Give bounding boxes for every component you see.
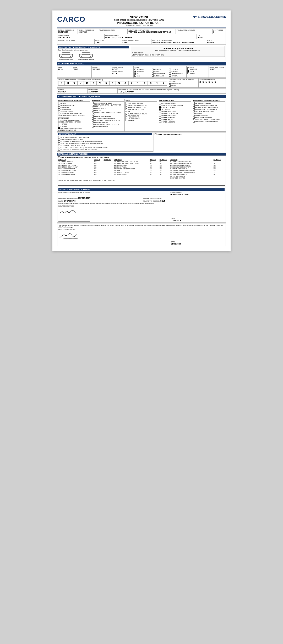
d-09: 09 □ QUARTER PANEL LEFT REAR09□09□ [114,161,168,162]
style-motorcycle-checkbox[interactable] [169,73,171,75]
inspector-sig-row: INSPECTOR SIGNATURE DATE 05/31/2024 [58,229,225,245]
style-station: STATION [169,69,185,70]
style-convertible-checkbox[interactable] [152,73,154,75]
vin-other-checkbox[interactable] [169,85,171,87]
relation-cell: RELATION TO INSURED: SELF [143,200,225,202]
full-address-cell: FULL ADDRESS IF DIFFERENT FROM ABOVE: [58,192,167,196]
damage-row-07: 07 □ DOOR LEFT REAR07□ [58,172,112,173]
vin-char: 1 [154,81,160,85]
odometer-cell: ODOMETER READING 2 6 5 6 5 6 [199,79,226,87]
physical-section: PHYSICAL CONDITION OF VEHICLE CHECK HERE… [57,153,226,186]
d-11: 11 □ HOOD PANEL11□11□ [114,164,168,166]
theft-p: P- PASSIVE DISABLING DEVICE (Automatical… [58,140,152,142]
car-diagrams: Front and driver side Rear and passenger… [58,52,129,60]
home-phone-cell: INSURED'S HOME PHONE: (979)797-9797 [58,197,140,199]
theft-a: A- ACTIVE DISABLING DEVICE(Must be manua… [58,142,152,144]
physical-content: CHECK HERE IF NO EXISTING DAMAGE, RUST, … [57,156,226,186]
vin-location-cell: LOCATION ON VEHICLE WHERE VIN OBTAINED D… [168,79,199,87]
acc-tilt-wheel: TILT WHEEL [159,108,191,110]
vin-char: R [84,81,90,85]
acc-power-mirrors: POWER MIRRORS [159,121,191,123]
vin-char: 8 [148,81,154,85]
acc-rear-wiper: REAR WINDOW WIPER [92,115,123,117]
inspection-info-row: DATE OF INSPECTION 05/31/2024 TIME OF IN… [57,29,226,34]
style-truck-checkbox[interactable] [152,71,154,73]
acc-power-windows: POWER WINDOWS [159,110,191,112]
acc-cruise-control: CRUISE CONTROL [159,106,191,108]
vin-char: 0 [122,81,128,85]
vin-other: OTHER [169,85,198,87]
ack-row1: FULL ADDRESS IF DIFFERENT FROM ABOVE: IN… [58,192,225,196]
style-4doors-checkbox[interactable] [134,71,136,73]
photos-epa-row: THREE(3) COLOR PHOTOGRAPHS MANDATORY Tak… [57,45,226,61]
style-station-checkbox[interactable] [169,69,171,70]
no-damage-check: CHECK HERE IF NO EXISTING DAMAGE, RUST, … [58,156,225,158]
vin-char: 9 [141,81,148,85]
acc-satellite: SATELLITE RADIO [58,110,90,112]
acc-backup-sensor: BACKUP SENSOR [92,126,123,127]
insured-signature [58,207,166,216]
style-minivan-checkbox[interactable] [152,69,154,70]
theft-g: G- ETCHED GLASS INDICATING VIN OR CODING [58,149,152,151]
overdrive-options: OVERDRIVE □ AWD □ 4WD [58,129,90,131]
acc-4speed: 4 SPEED [58,123,90,125]
d-15: 15 □ WHEEL COVERS15□15□ [114,172,168,173]
interior-vinyl-checkbox[interactable] [187,70,189,72]
style-convertible: CONVERTIBLE [152,73,168,75]
theft-inoperative: SYSTEM PRESENT BUT INOPERATIVE [58,136,152,138]
interior-leather-checkbox[interactable] [187,68,189,70]
rear-car-label: Rear and passenger side [78,58,94,60]
photos-cell: # OF PHOTOS 3 [213,29,226,34]
insured-sig-line [58,221,90,221]
theft-l: L- AUTO RECOVERY SYSTEM [58,138,152,140]
acc-power-seats: POWER SEATS [126,115,157,117]
insured-address-cell: INSURED ADDRESS NEW TEST, TEST, ALABAMA [105,34,197,39]
acc-stereo: STEREO [193,113,225,114]
acknowledgment-section: INSPECTION ACKNOWLEDGMENT FULL ADDRESS I… [57,187,226,223]
other-equipment-section: OTHER OPTIONAL EQUIPMENT : [154,132,226,152]
vin-char: X [71,81,78,85]
company-address: POST OFFICE BOX 9002, HOLBROOK, NEW YORK… [88,19,190,21]
accessories-header: ACCESSORIES AND OPTIONAL EQUIPMENT [57,95,226,98]
perm-installed: PERMANENTLY INSTALLED: YES□ NO□ [58,115,90,116]
vin-char: P [129,81,135,85]
interior-fabric-checkbox[interactable] [187,72,189,74]
d-23: 23 □ DASHBOARD / SOUND SYSTEM23□ [170,172,224,173]
vin-dashboard-checkbox[interactable] [169,83,171,85]
style-other-checkbox[interactable] [169,75,171,77]
epa-checkbox[interactable] [132,54,134,55]
date-cell: DATE OF INSPECTION 05/31/2024 [57,29,78,34]
photos-section: THREE(3) COLOR PHOTOGRAPHS MANDATORY Tak… [57,45,130,61]
acc-side-airbags: SIDE AIR BAGS - 1□ 2□ [126,108,157,110]
other-equipment-area [155,135,225,146]
front-seat-cell: FRONT SEAT COLOR BLUE [209,66,226,77]
acc-special-tires: SPECIAL TIRES [92,108,123,109]
acc-heated-seats: HEATED SEATS [126,117,157,119]
insured-sig-block: INSURED SIGNATURE [58,205,166,221]
acc-gps: GPS / NAVIGATION SYSTEM [58,113,90,114]
vin-section: VEHICLE IDENTIFICATION # (Obtain Directl… [57,78,226,88]
full-address-field[interactable] [58,193,167,196]
style-suv-checkbox[interactable] [134,73,136,75]
d-24: 24 □ CENTER CONSOLE24□ [170,174,224,175]
acc-power-trunk: POWER TRUNK [159,119,191,121]
style-van-checkbox[interactable] [134,75,136,77]
supplement-col: SUPPLEMENT (FOR VANS & LIMOS) INTERIOR P… [192,99,226,131]
acc-backup-camera: BACKUP CAMERA [92,121,123,123]
rear-car: Rear and passenger side [78,52,94,60]
d-12: 12 □ ROOF PANEL12□12□ [114,166,168,168]
interior-fabric: FABRIC [187,72,208,74]
acc-interior-panel: INTERIOR PANELING [193,102,225,104]
style-hatchback-checkbox[interactable] [152,75,154,77]
style-wagon-checkbox[interactable] [169,71,171,73]
style-2doors-checkbox[interactable] [134,69,136,70]
acc-6speed: 6 SPEED [58,125,90,127]
theft-c: C- COMBAT AUTO THEFT (CAT) - Pd Issued R… [58,147,152,148]
damage-columns: DAMAGED RUSTED DAMAGED 01 □ FRONT BUMPER… [58,159,225,179]
acc-ac: AIR CONDITIONER [159,102,191,104]
damage-col2: DAMAGED RUSTED DAMAGED 09 □ QUARTER PANE… [113,159,169,179]
d-90: 90 □ OTHER DAMAGE [170,177,224,179]
vehicle-section-header: DESCRIPTION OF VEHICLE [57,62,226,65]
ack-statement: I have reviewed the above and acknowledg… [58,203,225,204]
acc-custom-windows: CUSTOMIZED WINDOWS [193,110,225,112]
